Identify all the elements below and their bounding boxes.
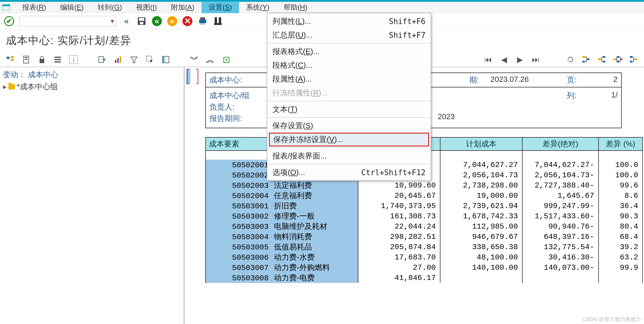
- menu-item[interactable]: 文本(T): [267, 102, 431, 116]
- menu-item[interactable]: 报表格式(E)...: [267, 45, 431, 58]
- last-icon[interactable]: ⏭: [531, 55, 540, 64]
- value-cell: 298,282.51: [358, 232, 440, 242]
- tree-item[interactable]: ▸ *成本中心组: [3, 82, 181, 92]
- up-icon[interactable]: «: [167, 16, 177, 26]
- table-row[interactable]: 50503006动力费-水费17,683.7048,100.0030,416.3…: [206, 252, 643, 262]
- menu-item[interactable]: 选项(O)...Ctrl+Shift+F12: [267, 166, 431, 179]
- cost-element-cell: 50503002修理费-一般: [206, 211, 358, 221]
- value-cell: 68.4: [599, 232, 643, 242]
- insert-icon[interactable]: +: [222, 55, 231, 64]
- menu-item[interactable]: 保存并冻结设置(V)...: [269, 133, 429, 146]
- tree-icon-2[interactable]: [598, 55, 606, 64]
- cost-element-cell: 50503003电脑维护及耗材: [206, 221, 358, 232]
- command-field[interactable]: ▾: [19, 16, 116, 26]
- svg-rect-43: [630, 61, 632, 63]
- value-cell: 1,740,373.95: [358, 201, 440, 211]
- print-icon[interactable]: [198, 16, 208, 26]
- tree-icon-4[interactable]: [629, 55, 638, 64]
- next-icon[interactable]: ▶: [516, 55, 524, 64]
- ok-icon[interactable]: ✔: [4, 16, 14, 26]
- cancel-icon[interactable]: ✕: [182, 16, 192, 26]
- owner-label: 负责人:: [209, 102, 250, 112]
- menu-item[interactable]: 段格式(C)...: [267, 58, 431, 72]
- menu-i[interactable]: 视图(I): [129, 1, 164, 13]
- tool-icon-2[interactable]: [22, 55, 30, 64]
- table-row[interactable]: 50503003电脑维护及耗材22,044.24112,985.0090,940…: [206, 221, 643, 232]
- chart-icon[interactable]: [114, 55, 123, 64]
- table-row[interactable]: 50503008动力费-电费41,846.17: [206, 273, 643, 283]
- value-cell: 41,846.17: [358, 273, 440, 283]
- menu-r[interactable]: 报表(R): [15, 1, 53, 13]
- col-header[interactable]: 差异 (%): [599, 137, 643, 151]
- table-row[interactable]: 50503005低值易耗品205,874.84338,650.38132,775…: [206, 242, 643, 252]
- svg-rect-42: [630, 56, 632, 58]
- menu-item[interactable]: 报表/报表界面...: [267, 149, 431, 163]
- menu-s[interactable]: 设置(S): [201, 1, 239, 13]
- svg-rect-32: [582, 56, 585, 58]
- menu-g[interactable]: 转到(G): [91, 1, 129, 13]
- filter-icon[interactable]: [130, 55, 138, 64]
- svg-rect-25: [117, 58, 119, 63]
- value-cell: 10,909.60: [358, 180, 440, 190]
- tree-icon-1[interactable]: [582, 55, 591, 64]
- svg-rect-7: [200, 23, 205, 25]
- find-icon[interactable]: [213, 16, 223, 26]
- svg-rect-1: [2, 4, 10, 6]
- svg-rect-44: [635, 58, 637, 60]
- menu-a[interactable]: 附加(A): [164, 1, 201, 13]
- svg-rect-9: [219, 17, 221, 23]
- lock-icon[interactable]: [38, 55, 46, 64]
- tree-icon-3[interactable]: [614, 55, 622, 64]
- date-value: 2023.07.26: [491, 75, 555, 85]
- value-cell: 140,073.00-: [522, 262, 599, 273]
- menu-y[interactable]: 系统(Y): [239, 1, 277, 13]
- settings-menu: 列属性(L)...Shift+F6汇总层(U)...Shift+F7报表格式(E…: [267, 13, 431, 181]
- collapse-all-icon[interactable]: ︾: [190, 55, 199, 64]
- dropdown-icon[interactable]: ▾: [111, 17, 114, 25]
- system-menu-icon[interactable]: [2, 3, 11, 11]
- svg-rect-12: [11, 56, 14, 58]
- cost-element-cell: 50503005低值易耗品: [206, 242, 358, 252]
- col-header[interactable]: 差异(绝对): [522, 137, 599, 151]
- list-icon[interactable]: [53, 55, 62, 64]
- menu-item[interactable]: 汇总层(U)...Shift+F7: [267, 28, 431, 42]
- menu-item[interactable]: 列属性(L)...Shift+F6: [267, 14, 431, 28]
- table-row[interactable]: 50502004任意福利费20,645.6719,000.001,645.678…: [206, 190, 643, 201]
- col-header[interactable]: 计划成本: [440, 137, 522, 151]
- select-icon[interactable]: [145, 55, 154, 64]
- table-row[interactable]: 50503007动力费-外购燃料27.00140,100.00140,073.0…: [206, 262, 643, 273]
- value-cell: 48,100.00: [440, 252, 522, 262]
- first-icon[interactable]: ⏮: [484, 55, 493, 64]
- back-icon[interactable]: «: [121, 16, 131, 26]
- info-icon[interactable]: i: [69, 55, 78, 64]
- bracket-right-icon[interactable]: ⎤⎦: [196, 69, 199, 84]
- table-row[interactable]: 50502003法定福利费10,909.602,738,298.002,727,…: [206, 180, 643, 190]
- export-icon[interactable]: [98, 55, 107, 64]
- value-cell: 90.3: [599, 211, 643, 221]
- value-cell: 140,100.00: [440, 262, 522, 273]
- table-row[interactable]: 50503002修理费-一般161,308.731,678,742.331,51…: [206, 211, 643, 221]
- prev-icon[interactable]: ◀: [500, 55, 509, 64]
- menubar: 报表(R)编辑(E)转到(G)视图(I)附加(A)设置(S)系统(Y)帮助(H): [0, 2, 644, 13]
- expand-all-icon[interactable]: ︽: [206, 55, 215, 64]
- value-cell: 2,739,621.94: [440, 201, 522, 211]
- menu-e[interactable]: 编辑(E): [53, 1, 91, 13]
- column-icon[interactable]: [161, 55, 170, 64]
- value-cell: 99.6: [599, 180, 643, 190]
- exit-icon[interactable]: «: [152, 16, 162, 26]
- refresh-icon[interactable]: [566, 55, 575, 64]
- group-label: 成本中心/组: [209, 90, 250, 101]
- menu-item[interactable]: 段属性(A)...: [267, 72, 431, 86]
- menu-item[interactable]: 保存设置(S): [267, 119, 431, 133]
- value-cell: 205,874.84: [358, 242, 440, 252]
- table-row[interactable]: 50503001折旧费1,740,373.952,739,621.94999,2…: [206, 201, 643, 211]
- save-icon[interactable]: [137, 16, 147, 26]
- menu-h[interactable]: 帮助(H): [277, 1, 314, 13]
- period-label: 报告期间:: [209, 113, 250, 124]
- svg-rect-39: [617, 56, 619, 58]
- expand-icon[interactable]: ▸: [3, 82, 7, 91]
- bracket-left-icon[interactable]: ⎡⎣: [186, 69, 190, 84]
- hierarchy-icon[interactable]: [6, 55, 15, 64]
- table-row[interactable]: 50503004物料消耗费298,282.51946,679.67648,397…: [206, 232, 643, 242]
- value-cell: 36.4: [599, 201, 643, 211]
